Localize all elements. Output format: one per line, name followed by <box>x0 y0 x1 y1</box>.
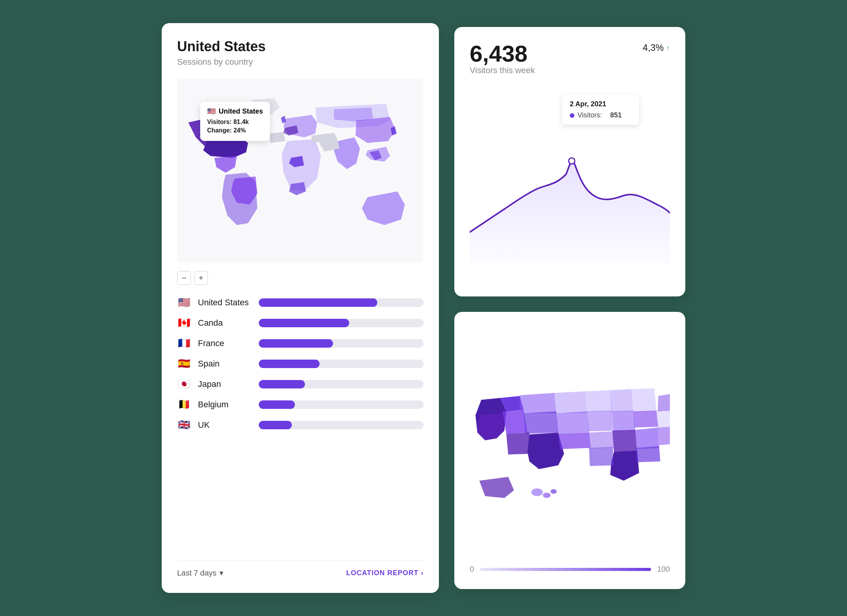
country-flag: 🇪🇸 <box>177 358 191 370</box>
map-tooltip: 🇺🇸 United States Visitors: 81.4k Change:… <box>200 102 270 141</box>
country-flag: 🇧🇪 <box>177 398 191 410</box>
left-card: United States Sessions by country <box>162 23 439 593</box>
world-map-container: 🇺🇸 United States Visitors: 81.4k Change:… <box>177 79 424 263</box>
country-flag: 🇨🇦 <box>177 317 191 329</box>
svg-point-1 <box>543 493 551 498</box>
bar-fill <box>259 298 377 307</box>
metric-value: 6,438 <box>470 42 535 65</box>
metric-header: 6,438 Visitors this week 4,3% ↑ <box>470 42 670 87</box>
metric-change: 4,3% ↑ <box>643 42 670 53</box>
card-footer: Last 7 days ▾ LOCATION REPORT › <box>177 560 424 578</box>
country-name: UK <box>198 420 252 430</box>
country-flag: 🇫🇷 <box>177 337 191 349</box>
country-row: 🇫🇷 France <box>177 337 424 349</box>
country-row: 🇺🇸 United States <box>177 296 424 308</box>
bar-track <box>259 380 424 388</box>
us-map-container <box>470 327 670 557</box>
us-map-card: 0 100 <box>454 312 685 589</box>
us-scale: 0 100 <box>470 565 670 574</box>
zoom-in-button[interactable]: + <box>194 271 208 285</box>
country-row: 🇨🇦 Canda <box>177 317 424 329</box>
country-list: 🇺🇸 United States 🇨🇦 Canda 🇫🇷 France 🇪🇸 S… <box>177 296 424 549</box>
country-name: Spain <box>198 359 252 369</box>
tooltip-header: 🇺🇸 United States <box>207 107 263 116</box>
zoom-controls: − + <box>177 271 424 285</box>
country-row: 🇬🇧 UK <box>177 419 424 431</box>
country-name: Belgium <box>198 400 252 410</box>
country-flag: 🇯🇵 <box>177 378 191 390</box>
chart-tooltip: 2 Apr, 2021 Visitors: 851 <box>562 95 639 125</box>
country-name: France <box>198 338 252 348</box>
tooltip-country: United States <box>219 107 263 116</box>
card-title: United States <box>177 38 424 55</box>
visitors-card: 6,438 Visitors this week 4,3% ↑ 2 Apr, 2… <box>454 27 685 296</box>
country-flag: 🇺🇸 <box>177 296 191 308</box>
country-name: United States <box>198 298 252 308</box>
location-report-button[interactable]: LOCATION REPORT › <box>346 569 424 577</box>
zoom-out-button[interactable]: − <box>177 271 191 285</box>
card-subtitle: Sessions by country <box>177 57 424 67</box>
bar-fill <box>259 421 292 429</box>
bar-fill <box>259 360 320 368</box>
chevron-right-icon: › <box>421 569 424 577</box>
scale-max: 100 <box>657 565 670 574</box>
footer-period[interactable]: Last 7 days ▾ <box>177 568 223 578</box>
right-column: 6,438 Visitors this week 4,3% ↑ 2 Apr, 2… <box>454 27 685 589</box>
country-row: 🇪🇸 Spain <box>177 358 424 370</box>
chevron-down-icon: ▾ <box>219 568 223 578</box>
bar-track <box>259 298 424 307</box>
scale-bar <box>480 568 651 571</box>
bar-track <box>259 360 424 368</box>
chart-tooltip-visitors: Visitors: 851 <box>570 111 631 119</box>
svg-point-2 <box>551 489 557 494</box>
country-row: 🇧🇪 Belgium <box>177 398 424 410</box>
bar-fill <box>259 319 349 327</box>
country-row: 🇯🇵 Japan <box>177 378 424 390</box>
tooltip-change-row: Change: 24% <box>207 127 263 134</box>
bar-track <box>259 339 424 348</box>
peak-dot <box>569 158 575 164</box>
bar-fill <box>259 380 305 388</box>
bar-track <box>259 421 424 429</box>
country-name: Canda <box>198 318 252 328</box>
bar-fill <box>259 339 333 348</box>
bar-track <box>259 400 424 409</box>
metric-label: Visitors this week <box>470 65 535 75</box>
visitor-dot-icon <box>570 113 574 118</box>
country-flag: 🇬🇧 <box>177 419 191 431</box>
us-map-svg <box>470 327 670 557</box>
bar-track <box>259 319 424 327</box>
bar-fill <box>259 400 295 409</box>
svg-point-0 <box>531 489 543 496</box>
tooltip-visitors-row: Visitors: 81.4k <box>207 119 263 126</box>
line-chart-area: 2 Apr, 2021 Visitors: 851 <box>470 91 670 296</box>
trend-up-icon: ↑ <box>666 44 670 52</box>
tooltip-flag: 🇺🇸 <box>207 107 216 116</box>
chart-tooltip-date: 2 Apr, 2021 <box>570 100 631 108</box>
metric-left: 6,438 Visitors this week <box>470 42 535 87</box>
country-name: Japan <box>198 379 252 389</box>
scale-min: 0 <box>470 565 474 574</box>
